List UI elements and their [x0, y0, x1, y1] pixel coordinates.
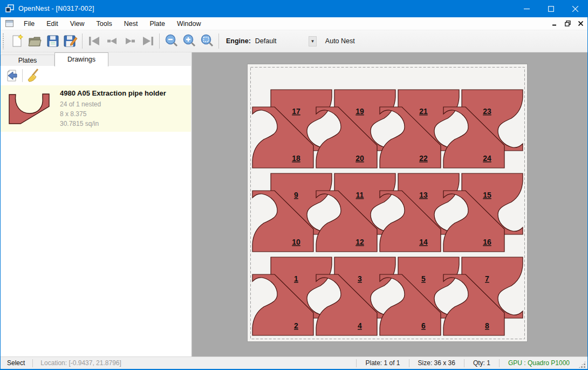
status-right: Plate: 1 of 1 Size: 36 x 36 Qty: 1 GPU :… — [356, 357, 587, 369]
clean-broom-icon[interactable] — [25, 68, 41, 84]
drawing-item-info: 4980 A05 Extraction pipe holder 24 of 1 … — [54, 89, 166, 129]
part-number-label: 4 — [358, 321, 362, 330]
menu-bar: FileEditViewToolsNestPlateWindow — [1, 17, 587, 30]
document-icon[interactable] — [5, 20, 13, 27]
mdi-minimize-icon[interactable] — [550, 18, 559, 28]
close-icon[interactable] — [563, 0, 587, 17]
nest-canvas[interactable]: 171819202122232491011121314151612345678 — [192, 52, 587, 356]
part-number-label: 15 — [483, 191, 491, 199]
part-thumbnail — [5, 90, 54, 127]
next-plate-icon[interactable] — [121, 32, 139, 50]
app-icon — [5, 4, 14, 13]
mdi-restore-icon[interactable] — [563, 18, 572, 28]
status-size: Size: 36 x 36 — [409, 359, 464, 367]
toolbar-separator — [159, 33, 160, 49]
part-number-label: 10 — [292, 238, 300, 246]
part-number-label: 16 — [483, 238, 491, 246]
new-file-icon[interactable] — [8, 32, 26, 50]
part-number-label: 17 — [292, 107, 300, 116]
tab-plates[interactable]: Plates — [1, 55, 54, 66]
open-file-icon[interactable] — [26, 32, 44, 50]
status-qty: Qty: 1 — [464, 359, 499, 367]
mdi-window-buttons — [550, 18, 585, 28]
part-number-label: 3 — [358, 274, 362, 283]
engine-label: Engine: — [226, 37, 251, 45]
status-mode: Select — [1, 359, 32, 367]
menu-edit[interactable]: Edit — [40, 18, 64, 30]
part-number-label: 21 — [419, 107, 428, 116]
menu-window[interactable]: Window — [171, 18, 207, 30]
zoom-out-icon[interactable] — [162, 32, 180, 50]
minimize-icon[interactable] — [515, 0, 539, 17]
mdi-close-icon[interactable] — [576, 18, 585, 28]
menu-view[interactable]: View — [64, 18, 91, 30]
drawing-list-item[interactable]: 4980 A05 Extraction pipe holder 24 of 1 … — [1, 85, 191, 132]
title-bar: OpenNest - [N0317-002] — [1, 0, 587, 17]
zoom-fit-icon[interactable] — [198, 32, 216, 50]
menu-nest[interactable]: Nest — [118, 18, 144, 30]
tab-drawings[interactable]: Drawings — [54, 52, 108, 66]
part-number-label: 24 — [483, 154, 491, 163]
part-number-label: 13 — [419, 191, 428, 199]
part-number-label: 1 — [294, 274, 298, 283]
part-number-label: 12 — [355, 238, 364, 246]
zoom-in-icon[interactable] — [180, 32, 198, 50]
status-gpu: GPU : Quadro P1000 — [500, 359, 578, 367]
part-number-label: 7 — [485, 274, 489, 283]
part-number-label: 18 — [292, 154, 300, 163]
drawing-title: 4980 A05 Extraction pipe holder — [60, 89, 166, 97]
drawings-panel: 4980 A05 Extraction pipe holder 24 of 1 … — [1, 66, 191, 356]
menu-items: FileEditViewToolsNestPlateWindow — [18, 18, 207, 30]
opennest-window: { "window": { "title": "OpenNest - [N031… — [0, 0, 588, 370]
toolbar-separator — [82, 33, 83, 49]
status-bar: Select Location: [-0.9437, 21.8796] Plat… — [1, 356, 587, 369]
part-number-label: 23 — [483, 107, 491, 116]
save-icon[interactable] — [44, 32, 61, 50]
main-toolbar: Engine: Default ▼ Auto Nest — [1, 30, 587, 52]
part-number-label: 6 — [421, 321, 426, 330]
status-location: Location: [-0.9437, 21.8796] — [33, 359, 128, 367]
part-number-label: 8 — [485, 321, 489, 330]
last-plate-icon[interactable] — [139, 32, 156, 50]
engine-select[interactable]: Default ▼ — [254, 35, 317, 47]
drawings-toolbar — [1, 66, 191, 85]
part-number-label: 14 — [419, 238, 428, 246]
tab-strip: Plates Drawings — [1, 52, 192, 66]
engine-value: Default — [254, 37, 309, 45]
resize-grip[interactable] — [578, 361, 586, 368]
part-number-label: 11 — [356, 191, 364, 199]
window-title: OpenNest - [N0317-002] — [18, 5, 94, 12]
auto-nest-button[interactable]: Auto Nest — [322, 35, 358, 47]
left-panel: Plates Drawings — [1, 52, 192, 356]
part-number-label: 2 — [294, 321, 298, 330]
first-plate-icon[interactable] — [85, 32, 103, 50]
part-number-label: 19 — [355, 107, 364, 116]
toolbar-separator — [218, 33, 219, 49]
chevron-down-icon[interactable]: ▼ — [309, 36, 317, 46]
import-drawing-icon[interactable] — [4, 68, 20, 84]
menu-plate[interactable]: Plate — [143, 18, 171, 30]
menu-tools[interactable]: Tools — [91, 18, 118, 30]
toolbar-grip[interactable] — [2, 33, 5, 49]
plate[interactable]: 171819202122232491011121314151612345678 — [247, 64, 528, 342]
menu-file[interactable]: File — [18, 18, 40, 30]
drawing-area: 30.7815 sq/in — [60, 119, 166, 129]
panel-separator — [22, 69, 23, 82]
drawing-nested-count: 24 of 1 nested — [60, 99, 166, 109]
status-plate: Plate: 1 of 1 — [357, 359, 408, 367]
maximize-icon[interactable] — [539, 0, 563, 17]
part-number-label: 20 — [355, 154, 364, 163]
save-as-icon[interactable] — [61, 32, 79, 50]
part-number-label: 22 — [419, 154, 428, 163]
nest-layout: 171819202122232491011121314151612345678 — [248, 64, 528, 342]
part-number-label: 5 — [421, 274, 426, 283]
caption-buttons — [515, 0, 587, 17]
part-number-label: 9 — [294, 191, 298, 199]
drawing-size: 8 x 8.375 — [60, 109, 166, 119]
previous-plate-icon[interactable] — [103, 32, 121, 50]
